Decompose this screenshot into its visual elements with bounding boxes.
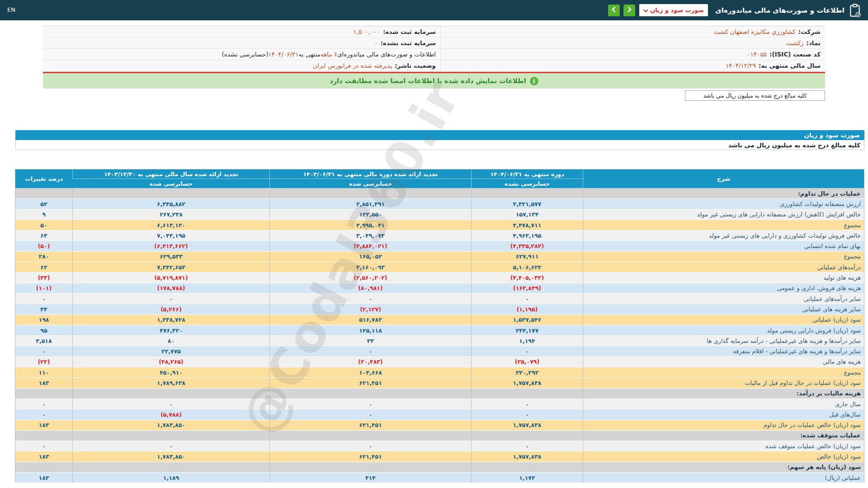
language-toggle-en[interactable]: EN [7, 6, 15, 13]
signature-match-banner: i اطلاعات نمایش داده شده با اطلاعات امضا… [43, 73, 825, 89]
row-value: ۰ [472, 409, 583, 420]
table-row: مجموع۴,۴۷۸,۷۱۱۲,۹۹۵,۰۴۱۶,۶۱۳,۱۲۰۵۰ [15, 220, 864, 230]
row-value: ۰ [472, 293, 583, 304]
chevron-left-icon [612, 6, 616, 14]
row-value [73, 462, 270, 472]
units-note-row: کلیه مبالغ درج شده به میلیون ریال می باش… [15, 140, 864, 150]
field-label: وضعیت ناشر: [395, 62, 436, 69]
table-row: خالص افزایش (کاهش) ارزش منصفانه دارایی ه… [15, 209, 864, 220]
row-value: ۲,۸۵۱,۴۹۱ [270, 199, 472, 209]
info-row: کد صنعت (ISIC): ۰۱۴۰۵۵ اطلاعات و صورت‌ها… [43, 49, 825, 60]
row-value: (۲۰,۴۸۳) [270, 357, 472, 367]
chevron-down-icon [643, 6, 648, 14]
row-label: سایر درآمدها و هزینه های غیرعملیاتی - در… [583, 336, 864, 346]
table-row: سال جاری۰۰۰۰ [15, 399, 864, 409]
table-row: درآمدهای عملیاتی۵,۱۰۶,۶۲۲۳,۱۶۰,۰۹۳۷,۲۴۲,… [15, 262, 864, 272]
row-value: ۱,۷۸۳,۸۵۰ [73, 451, 270, 462]
row-value: ۲۲,۷۷۵ [73, 346, 270, 357]
row-value [472, 462, 583, 472]
row-label: سود (زیان) عملیاتی [583, 314, 864, 325]
next-statement-button[interactable] [623, 5, 635, 16]
row-value: ۰ [472, 346, 583, 357]
row-value: (۲,۱۲۷) [270, 304, 472, 314]
row-value: (۳,۴۰۵,۰۳۲) [472, 272, 583, 283]
row-value: (۸۰,۹۸۱) [270, 283, 472, 293]
row-value: ۴۵۰,۹۱۰ [73, 367, 270, 378]
table-row: هزینه های تولید(۳,۴۰۵,۰۳۲)(۲,۵۶۰,۲۰۲)(۵,… [15, 272, 864, 283]
row-percent: ۶۳ [15, 230, 73, 241]
row-value: ۰ [270, 399, 472, 409]
row-value [472, 430, 583, 441]
row-percent: ۰ [15, 346, 73, 357]
prev-statement-button[interactable] [608, 5, 620, 16]
row-percent: ۰ [15, 399, 73, 409]
row-percent: ۱۸۳ [15, 420, 73, 430]
row-value: ۳,۱۶۰,۰۹۳ [270, 262, 472, 272]
row-value: ۲,۹۹۵,۰۴۱ [270, 220, 472, 230]
row-value: (۴۸,۲۶۵) [73, 357, 270, 367]
row-label: هزینه های مالی [583, 357, 864, 367]
row-value: ۰ [270, 441, 472, 451]
info-row: نماد: زکشت سرمایه ثبت نشده: ۰ [43, 38, 825, 49]
row-label: هزینه های فروش، اداری و عمومی [583, 283, 864, 293]
row-value: ۱۶۵,۰۵۲ [270, 251, 472, 262]
isic-code-field: کد صنعت (ISIC): ۰۱۴۰۵۵ [441, 49, 825, 60]
field-value: ۱۴۰۴/۱۲/۲۹ [726, 62, 756, 69]
header-fiscal-year: تجدید ارائه شده سال مالی منتهی به ۱۴۰۳/۱… [73, 169, 270, 179]
row-value: ۱,۱۹۴ [472, 336, 583, 346]
row-value: ۰ [270, 293, 472, 304]
statement-select[interactable]: صورت سود و زیان [639, 4, 708, 16]
info-icon: i [530, 77, 538, 85]
statement-table-wrap: شرح دوره منتهی به ۱۴۰۴/۰۶/۳۱ تجدید ارائه… [15, 169, 864, 483]
table-row: هزینه های فروش، اداری و عمومی(۱۶۲,۸۴۹)(۸… [15, 283, 864, 293]
info-row: شرکت: کشاورزي مکانیزه اصفهان کشت سرمایه … [43, 26, 825, 38]
field-value: ۰ [374, 39, 377, 47]
period-end-date: ۱۴۰۴/۰۶/۳۱ [269, 51, 299, 58]
table-row: سود (زیان) خالص عملیات متوقف شده۰۰۰۰ [15, 441, 864, 451]
row-value: (۶,۴۱۳,۶۶۲) [73, 241, 270, 251]
chevron-right-icon [627, 6, 632, 14]
row-value: ۱,۵۳۷,۵۴۶ [472, 314, 583, 325]
field-value: زکشت [786, 39, 803, 47]
row-percent: (۱۰۱) [15, 283, 73, 293]
row-label: سود (زیان) خالص عملیات متوقف شده [583, 441, 864, 451]
row-percent: ۱۸۳ [15, 473, 73, 483]
table-row: هزینه های مالی(۲۵,۰۷۹)(۲۰,۴۸۳)(۴۸,۲۶۵)(۲… [15, 357, 864, 367]
field-label: سال مالی منتهی به: [759, 62, 821, 69]
row-label: بهای تمام شده انتسابی [583, 241, 864, 251]
row-label: سایر درآمدهای عملیاتی [583, 293, 864, 304]
row-value: ۴,۴۷۸,۷۱۱ [472, 220, 583, 230]
row-value: ۸۰ [73, 336, 270, 346]
row-value: ۴,۹۶۳,۱۹۵ [472, 230, 583, 241]
row-value: ۱۵۷,۱۳۴ [472, 209, 583, 220]
row-value: ۰ [270, 346, 472, 357]
row-value [472, 388, 583, 399]
row-value: ۳,۰۴۹,۰۷۳ [270, 230, 472, 241]
table-row: سایر درآمدها و هزینه های غیرعملیاتی - اق… [15, 346, 864, 357]
table-row: مجموع۶۲۷,۹۱۱۱۶۵,۰۵۲۶۲۹,۵۳۳۲۸۰ [15, 251, 864, 262]
header-description: شرح [583, 169, 864, 188]
row-label: خالص فروش تولیدات کشاورزی و دارایی های ز… [583, 230, 864, 241]
row-value: ۱,۷۸۳,۸۵۰ [73, 420, 270, 430]
row-value: ۷,۲۴۲,۶۵۳ [73, 262, 270, 272]
row-value: ۳۳ [270, 336, 472, 346]
row-percent: ۹۵ [15, 325, 73, 335]
statement-table: شرح دوره منتهی به ۱۴۰۴/۰۶/۳۱ تجدید ارائه… [15, 169, 864, 483]
top-bar: اطلاعات و صورت‌های مالی میاندوره‌ای صورت… [0, 0, 868, 20]
section-row: سود (زیان) پایه هر سهم: [15, 462, 864, 472]
field-value: پذیرفته شده در فرابورس ایران [313, 62, 392, 69]
section-row: هزینه مالیات بر درآمد: [15, 388, 864, 399]
publisher-status-field: وضعیت ناشر: پذیرفته شده در فرابورس ایران [43, 60, 441, 71]
report-period-field: اطلاعات و صورت‌های مالی میاندوره‌ای ۶ ما… [43, 49, 441, 60]
clipboard-icon [849, 4, 861, 17]
row-percent: ۹ [15, 209, 73, 220]
row-value: ۱,۳۳۸,۷۲۸ [73, 314, 270, 325]
field-value: ۰۱۴۰۵۵ [747, 51, 767, 58]
row-value: ۵۱۶,۷۸۳ [270, 314, 472, 325]
row-value [73, 188, 270, 199]
row-label: سال‌های قبل [583, 409, 864, 420]
unregistered-capital-field: سرمایه ثبت نشده: ۰ [43, 38, 441, 48]
row-value: ۰ [73, 293, 270, 304]
statement-select-value: صورت سود و زیان [650, 7, 704, 14]
row-value: ۱,۷۵۷,۸۳۸ [472, 378, 583, 388]
